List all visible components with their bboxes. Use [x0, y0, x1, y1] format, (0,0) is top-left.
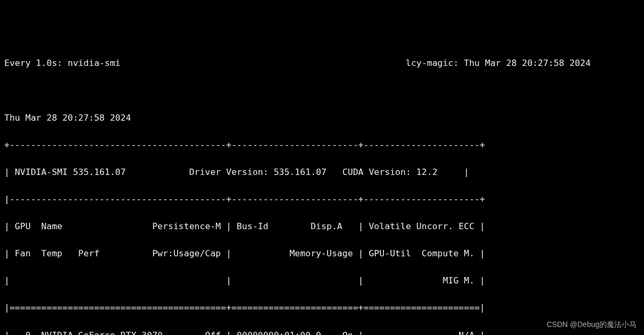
watermark: CSDN @Debug的魔法小马	[547, 319, 637, 331]
header-row2: | Fan Temp Perf Pwr:Usage/Cap | Memory-U…	[4, 247, 640, 261]
border-eq: |=======================================…	[4, 301, 640, 315]
version-line: | NVIDIA-SMI 535.161.07 Driver Version: …	[4, 165, 640, 179]
header-row3: | | | MIG M. |	[4, 274, 640, 288]
watch-header: Every 1.0s: nvidia-smi lcy-magic: Thu Ma…	[4, 56, 640, 70]
border-mid: |---------------------------------------…	[4, 192, 640, 206]
header-row1: | GPU Name Persistence-M | Bus-Id Disp.A…	[4, 220, 640, 233]
timestamp: Thu Mar 28 20:27:58 2024	[4, 111, 640, 125]
gpu-row1: | 0 NVIDIA GeForce RTX 3070 ... Off | 00…	[4, 329, 640, 336]
border-top: +---------------------------------------…	[4, 138, 640, 152]
blank-line	[4, 83, 640, 97]
